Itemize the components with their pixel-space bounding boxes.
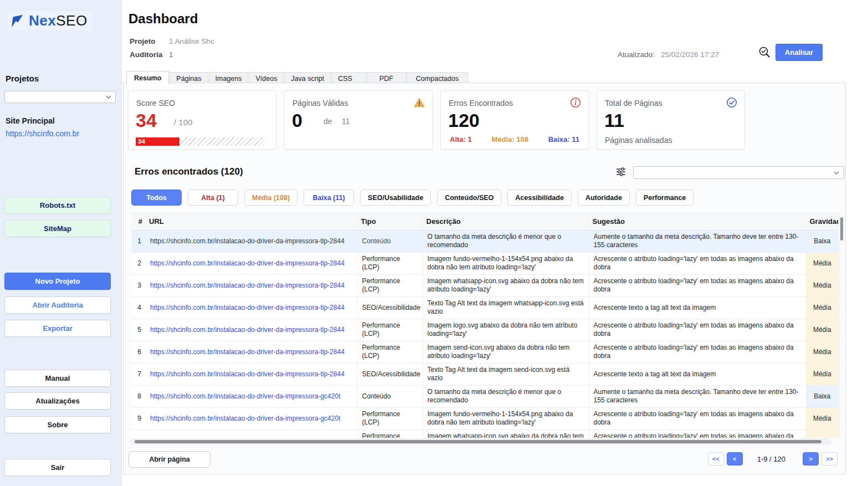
- manual-button[interactable]: Manual: [4, 370, 111, 387]
- projects-heading: Projetos: [6, 74, 39, 83]
- app-logo: NexSEO: [8, 11, 92, 30]
- pagination: << < 1-9 / 120 > >>: [705, 452, 838, 465]
- filter-media[interactable]: Média (108): [244, 190, 297, 206]
- pagination-first-button[interactable]: <<: [708, 452, 724, 465]
- url-link[interactable]: https://shcinfo.com.br/instalacao-do-dri…: [150, 415, 340, 422]
- check-circle-icon: [726, 96, 738, 109]
- gravidade-badge: Média: [806, 341, 838, 363]
- pagination-next-button[interactable]: >: [803, 452, 819, 465]
- gravidade-badge: Baixa: [806, 385, 838, 407]
- table-row[interactable]: 2 https://shcinfo.com.br/instalacao-do-d…: [131, 252, 838, 274]
- seo-score-progress-fill: 34: [136, 137, 179, 146]
- site-principal-label: Site Principal: [6, 116, 55, 125]
- paginas-validas-total: 11: [342, 117, 350, 126]
- column-gravidade: Gravidade: [806, 213, 838, 230]
- total-paginas-label: Total de Páginas: [605, 99, 662, 108]
- pagination-last-button[interactable]: >>: [821, 452, 838, 465]
- abrir-pagina-button[interactable]: Abrir página: [129, 451, 210, 468]
- atualizado-value: 25/02/2026 17:27: [661, 50, 719, 59]
- url-link[interactable]: https://shcinfo.com.br/instalacao-do-dri…: [150, 437, 340, 438]
- vertical-scrollbar-thumb[interactable]: [840, 217, 843, 241]
- url-link[interactable]: https://shcinfo.com.br/instalacao-do-dri…: [150, 237, 345, 245]
- table-row[interactable]: 8 https://shcinfo.com.br/instalacao-do-d…: [131, 385, 838, 407]
- page-title: Dashboard: [129, 11, 198, 27]
- filter-autoridade[interactable]: Autoridade: [578, 190, 630, 206]
- total-paginas-subtitle: Páginas analisadas: [605, 136, 672, 145]
- pagination-prev-button[interactable]: <: [727, 452, 743, 465]
- filter-sliders-icon[interactable]: [615, 166, 626, 177]
- novo-projeto-button[interactable]: Novo Projeto: [4, 273, 111, 290]
- score-seo-value: 34: [136, 110, 157, 131]
- gravidade-badge: Baixa: [806, 230, 838, 252]
- pagination-range: 1-9 / 120: [757, 455, 785, 463]
- search-check-icon[interactable]: [758, 45, 771, 59]
- erros-encontrados-value: 120: [448, 110, 480, 131]
- table-row[interactable]: 7 https://shcinfo.com.br/instalacao-do-d…: [131, 363, 838, 385]
- projeto-value: 1 Análise Shc: [169, 37, 214, 45]
- logo-arrow-icon: [9, 13, 25, 29]
- url-link[interactable]: https://shcinfo.com.br/instalacao-do-dri…: [150, 282, 345, 289]
- logo-text: NexSEO: [29, 12, 88, 29]
- gravidade-badge: Média: [806, 429, 838, 438]
- filter-baixa[interactable]: Baixa (11): [304, 190, 354, 206]
- summary-cards: Score SEO 34 / 100 34 Páginas Válidas 0: [128, 90, 745, 150]
- info-circle-icon: [569, 96, 582, 109]
- table-row[interactable]: 9 https://shcinfo.com.br/instalacao-do-d…: [131, 407, 838, 429]
- atualizado-label: Atualizado:: [618, 50, 655, 59]
- filter-conteudo-seo[interactable]: Conteúdo/SEO: [437, 190, 501, 206]
- sitemap-button[interactable]: SiteMap: [4, 220, 111, 237]
- table-row[interactable]: 3 https://shcinfo.com.br/instalacao-do-d…: [131, 274, 838, 296]
- table-row[interactable]: 6 https://shcinfo.com.br/instalacao-do-d…: [131, 341, 838, 363]
- total-paginas-card: Total de Páginas 11 Páginas analisadas: [597, 90, 745, 150]
- nexseo-window: NexSEO Projetos Site Principal https://s…: [0, 0, 868, 486]
- table-horizontal-scrollbar[interactable]: [130, 438, 831, 445]
- filter-acessibilidade[interactable]: Acessibilidade: [507, 190, 572, 206]
- baixa-count: Baixa: 11: [548, 135, 579, 144]
- url-link[interactable]: https://shcinfo.com.br/instalacao-do-dri…: [150, 326, 345, 334]
- column-descricao: Descrição: [423, 213, 589, 230]
- robots-txt-button[interactable]: Robots.txt: [4, 197, 111, 214]
- chevron-down-icon: [105, 95, 112, 99]
- table-row[interactable]: 5 https://shcinfo.com.br/instalacao-do-d…: [131, 319, 838, 341]
- media-count: Média: 108: [491, 135, 528, 144]
- alta-count: Alta: 1: [450, 135, 472, 144]
- exportar-button[interactable]: Exportar: [4, 320, 111, 337]
- sobre-button[interactable]: Sobre: [4, 416, 111, 433]
- gravidade-badge: Média: [806, 407, 838, 429]
- score-seo-label: Score SEO: [136, 99, 175, 108]
- warning-triangle-icon: [413, 96, 425, 109]
- table-row[interactable]: 10 https://shcinfo.com.br/instalacao-do-…: [131, 429, 838, 438]
- project-select[interactable]: [4, 91, 116, 103]
- horizontal-scrollbar-thumb[interactable]: [135, 440, 821, 443]
- abrir-auditoria-button[interactable]: Abrir Auditoria: [4, 296, 111, 314]
- paginas-validas-de: de: [323, 117, 332, 126]
- table-vertical-scrollbar[interactable]: [839, 214, 844, 437]
- errors-section-heading: Erros encontrados (120): [135, 166, 243, 177]
- url-link[interactable]: https://shcinfo.com.br/instalacao-do-dri…: [150, 370, 345, 378]
- url-link[interactable]: https://shcinfo.com.br/instalacao-do-dri…: [150, 304, 345, 311]
- url-link[interactable]: https://shcinfo.com.br/instalacao-do-dri…: [150, 259, 345, 267]
- table-row[interactable]: 1 https://shcinfo.com.br/instalacao-do-d…: [131, 230, 838, 252]
- gravidade-badge: Média: [806, 363, 838, 385]
- url-link[interactable]: https://shcinfo.com.br/instalacao-do-dri…: [150, 392, 340, 400]
- errors-table: # URL Tipo Descrição Sugestão Gravidade …: [131, 213, 839, 438]
- chevron-down-icon: [833, 171, 840, 175]
- analisar-button[interactable]: Analisar: [775, 44, 823, 61]
- main-area: Dashboard Projeto 1 Análise Shc Auditori…: [122, 0, 868, 486]
- filter-performance[interactable]: Performance: [636, 190, 694, 206]
- sair-button[interactable]: Sair: [4, 459, 111, 476]
- table-row[interactable]: 4 https://shcinfo.com.br/instalacao-do-d…: [131, 296, 838, 319]
- filter-todos[interactable]: Todos: [131, 190, 182, 206]
- atualizacoes-button[interactable]: Atualizações: [4, 392, 111, 410]
- site-url-link[interactable]: https://shcinfo.com.br: [6, 129, 79, 138]
- errors-filter-select[interactable]: [633, 166, 844, 179]
- severity-breakdown: Alta: 1 Média: 108 Baixa: 11: [441, 135, 588, 144]
- filter-seo-usabilidade[interactable]: SEO/Usabilidade: [360, 190, 431, 206]
- resumo-panel: Score SEO 34 / 100 34 Páginas Válidas 0: [123, 83, 846, 474]
- url-link[interactable]: https://shcinfo.com.br/instalacao-do-dri…: [150, 348, 345, 356]
- tab-resumo[interactable]: Resumo: [126, 71, 169, 85]
- severity-filter-bar: Todos Alta (1) Média (108) Baixa (11) SE…: [131, 190, 694, 206]
- filter-alta[interactable]: Alta (1): [188, 190, 238, 206]
- paginas-validas-card: Páginas Válidas 0 de 11: [284, 90, 433, 150]
- column-tipo: Tipo: [357, 213, 423, 230]
